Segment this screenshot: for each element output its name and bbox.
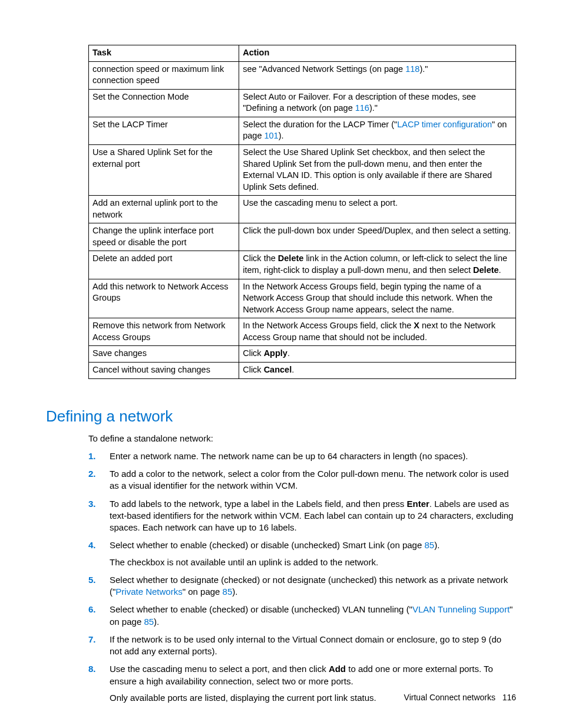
task-cell: Set the Connection Mode	[89, 89, 239, 117]
table-row: Cancel without saving changes Click Canc…	[89, 362, 516, 378]
action-cell: Click Apply.	[239, 346, 516, 363]
list-item: To add a color to the network, select a …	[88, 468, 516, 492]
task-cell: Delete an added port	[89, 251, 239, 279]
action-cell: Select the duration for the LACP Timer (…	[239, 117, 516, 144]
text-link[interactable]: LACP timer configuration	[397, 120, 492, 129]
table-row: Add this network to Network Access Group…	[89, 279, 516, 318]
task-cell: Change the uplink interface port speed o…	[89, 223, 239, 251]
table-row: Add an external uplink port to the netwo…	[89, 196, 516, 223]
intro-text: To define a standalone network:	[88, 433, 516, 444]
action-cell: In the Network Access Groups field, begi…	[239, 279, 516, 318]
table-row: Delete an added port Click the Delete li…	[89, 251, 516, 279]
task-cell: Cancel without saving changes	[89, 362, 239, 378]
task-cell: Set the LACP Timer	[89, 117, 239, 144]
page-link[interactable]: 101	[264, 131, 278, 140]
list-item: If the network is to be used only intern…	[88, 634, 516, 658]
table-row: Set the Connection Mode Select Auto or F…	[89, 89, 516, 117]
section-heading: Defining a network	[46, 406, 516, 427]
task-cell: connection speed or maximum link connect…	[89, 61, 239, 89]
table-row: Remove this network from Network Access …	[89, 318, 516, 346]
table-row: Change the uplink interface port speed o…	[89, 223, 516, 251]
page-link[interactable]: 118	[405, 64, 419, 74]
table-header-task: Task	[89, 45, 239, 62]
table-header-action: Action	[239, 45, 516, 62]
text-link[interactable]: VLAN Tunneling Support	[412, 604, 510, 614]
list-item: Select whether to enable (checked) or di…	[88, 604, 516, 628]
page-link[interactable]: 85	[223, 587, 233, 597]
text-link[interactable]: Private Networks	[115, 587, 182, 597]
task-cell: Add an external uplink port to the netwo…	[89, 196, 239, 223]
steps-list: Enter a network name. The network name c…	[88, 450, 516, 704]
table-row: connection speed or maximum link connect…	[89, 61, 516, 89]
page-link[interactable]: 85	[424, 540, 434, 550]
action-cell: In the Network Access Groups field, clic…	[239, 318, 516, 346]
action-cell: Use the cascading menu to select a port.	[239, 196, 516, 223]
task-cell: Remove this network from Network Access …	[89, 318, 239, 346]
page-link[interactable]: 85	[144, 617, 154, 627]
page-number: 116	[503, 693, 516, 702]
action-cell: Select Auto or Failover. For a descripti…	[239, 89, 516, 117]
action-cell: Click the Delete link in the Action colu…	[239, 251, 516, 279]
task-cell: Use a Shared Uplink Set for the external…	[89, 144, 239, 195]
list-item: Select whether to designate (checked) or…	[88, 574, 516, 598]
task-cell: Save changes	[89, 346, 239, 363]
table-row: Use a Shared Uplink Set for the external…	[89, 144, 516, 195]
action-cell: Select the Use Shared Uplink Set checkbo…	[239, 144, 516, 195]
list-item: To add labels to the network, type a lab…	[88, 498, 516, 534]
action-cell: Click Cancel.	[239, 362, 516, 378]
action-cell: Click the pull-down box under Speed/Dupl…	[239, 223, 516, 251]
task-action-table: Task Action connection speed or maximum …	[88, 45, 516, 379]
table-row: Set the LACP Timer Select the duration f…	[89, 117, 516, 144]
page-footer: Virtual Connect networks 116	[404, 692, 516, 703]
table-row: Save changes Click Apply.	[89, 346, 516, 363]
action-cell: see "Advanced Network Settings (on page …	[239, 61, 516, 89]
list-item: Enter a network name. The network name c…	[88, 450, 516, 462]
task-cell: Add this network to Network Access Group…	[89, 279, 239, 318]
page-link[interactable]: 116	[355, 103, 369, 113]
list-item: Select whether to enable (checked) or di…	[88, 539, 516, 568]
